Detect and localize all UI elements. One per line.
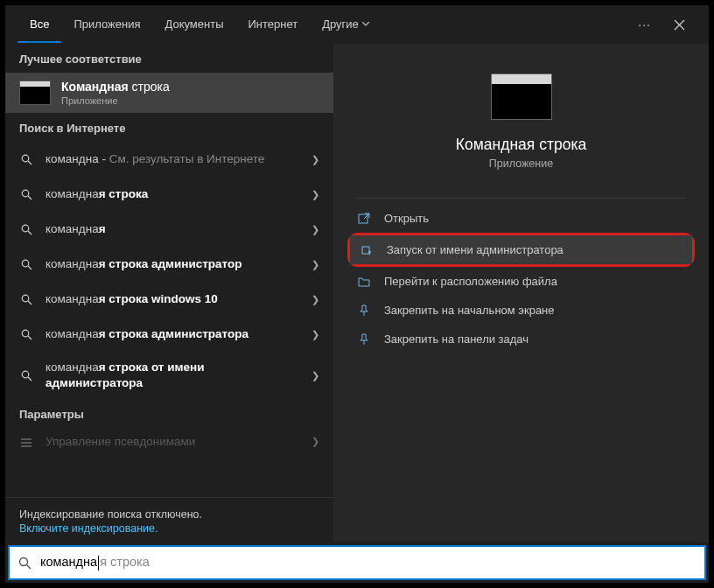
chevron-right-icon: ❯ bbox=[312, 329, 319, 340]
tab-documents[interactable]: Документы bbox=[152, 7, 235, 43]
admin-icon bbox=[360, 244, 374, 256]
indexing-note: Индексирование поиска отключено. bbox=[5, 503, 333, 521]
web-result-text: командная строка от имени администратора bbox=[46, 360, 299, 391]
folder-icon bbox=[358, 276, 372, 288]
more-options-button[interactable]: ··· bbox=[627, 10, 662, 38]
section-web-search: Поиск в Интернете bbox=[5, 113, 333, 142]
chevron-right-icon: ❯ bbox=[312, 294, 319, 305]
action-admin-label: Запуск от имени администратора bbox=[387, 243, 564, 256]
close-icon bbox=[674, 19, 685, 31]
search-icon bbox=[19, 189, 33, 200]
action-open-location[interactable]: Перейти к расположению файла bbox=[333, 267, 709, 296]
svg-rect-11 bbox=[362, 247, 369, 254]
svg-rect-8 bbox=[21, 442, 32, 444]
web-result-text: командная строка администратора bbox=[46, 326, 299, 342]
svg-rect-7 bbox=[21, 438, 32, 440]
search-icon bbox=[19, 294, 33, 305]
action-run-as-admin[interactable]: Запуск от имени администратора bbox=[350, 235, 692, 264]
chevron-down-icon bbox=[362, 22, 369, 26]
search-icon bbox=[19, 329, 33, 340]
svg-rect-9 bbox=[21, 445, 32, 447]
svg-point-1 bbox=[22, 190, 29, 197]
action-open-label: Открыть bbox=[384, 212, 429, 225]
web-result-text: командна - См. результаты в Интернете bbox=[46, 151, 299, 167]
search-window: Все Приложения Документы Интернет Другие… bbox=[5, 5, 709, 583]
search-input[interactable]: командная строка bbox=[8, 545, 706, 580]
svg-point-0 bbox=[22, 155, 29, 162]
action-location-label: Перейти к расположению файла bbox=[384, 275, 557, 288]
web-result-row[interactable]: командная❯ bbox=[5, 212, 333, 247]
enable-indexing-link[interactable]: Включите индексирование. bbox=[5, 521, 333, 542]
tab-internet[interactable]: Интернет bbox=[235, 7, 310, 43]
action-pin-start[interactable]: Закрепить на начальном экране bbox=[333, 296, 709, 325]
svg-point-3 bbox=[22, 260, 29, 267]
pin-taskbar-icon bbox=[358, 333, 372, 346]
best-match-item[interactable]: Командная строка Приложение bbox=[5, 73, 333, 113]
section-best-match: Лучшее соответствие bbox=[5, 44, 333, 73]
web-result-text: командная bbox=[46, 221, 299, 237]
tab-all[interactable]: Все bbox=[18, 7, 61, 43]
action-pin-start-label: Закрепить на начальном экране bbox=[384, 304, 555, 317]
svg-point-12 bbox=[20, 557, 28, 565]
search-text: командная строка bbox=[40, 555, 150, 570]
settings-icon bbox=[19, 436, 33, 448]
web-result-text: командная строка bbox=[46, 186, 299, 202]
web-result-row[interactable]: командная строка администратора❯ bbox=[5, 317, 333, 352]
svg-point-6 bbox=[22, 371, 29, 378]
chevron-right-icon: ❯ bbox=[312, 189, 319, 200]
detail-panel: Командная строка Приложение Открыть Запу… bbox=[333, 44, 709, 542]
results-panel: Лучшее соответствие Командная строка При… bbox=[5, 44, 333, 542]
settings-row[interactable]: Управление псевдонимами ❯ bbox=[5, 428, 333, 455]
search-icon bbox=[19, 259, 33, 270]
svg-point-2 bbox=[22, 225, 29, 232]
detail-title: Командная строка bbox=[456, 136, 586, 154]
tab-bar: Все Приложения Документы Интернет Другие… bbox=[5, 5, 709, 44]
best-match-subtitle: Приложение bbox=[61, 95, 170, 106]
tab-other-label: Другие bbox=[322, 18, 359, 31]
detail-subtitle: Приложение bbox=[489, 158, 553, 170]
svg-rect-10 bbox=[359, 214, 368, 223]
indexing-footer: Индексирование поиска отключено. Включит… bbox=[5, 497, 333, 542]
chevron-right-icon: ❯ bbox=[312, 259, 319, 270]
svg-point-4 bbox=[22, 295, 29, 302]
divider bbox=[356, 198, 687, 199]
search-icon bbox=[19, 154, 33, 165]
web-result-text: командная строка windows 10 bbox=[46, 291, 299, 307]
web-result-row[interactable]: командная строка от имени администратора… bbox=[5, 352, 333, 399]
web-result-row[interactable]: командная строка❯ bbox=[5, 177, 333, 212]
open-icon bbox=[358, 213, 372, 225]
settings-row-label: Управление псевдонимами bbox=[46, 435, 299, 448]
close-button[interactable] bbox=[662, 7, 696, 42]
web-result-row[interactable]: командна - См. результаты в Интернете❯ bbox=[5, 142, 333, 177]
chevron-right-icon: ❯ bbox=[312, 154, 319, 165]
search-icon bbox=[19, 224, 33, 235]
tab-apps[interactable]: Приложения bbox=[61, 7, 152, 43]
app-large-icon bbox=[491, 74, 552, 120]
section-settings: Параметры bbox=[5, 399, 333, 428]
action-pin-taskbar-label: Закрепить на панели задач bbox=[384, 332, 528, 346]
web-result-row[interactable]: командная строка администратор❯ bbox=[5, 247, 333, 282]
search-icon bbox=[19, 370, 33, 382]
web-result-text: командная строка администратор bbox=[46, 256, 299, 272]
best-match-title: Командная строка bbox=[61, 80, 170, 94]
web-result-row[interactable]: командная строка windows 10❯ bbox=[5, 282, 333, 317]
svg-point-5 bbox=[22, 330, 29, 337]
search-icon bbox=[18, 556, 32, 570]
action-open[interactable]: Открыть bbox=[333, 204, 709, 233]
chevron-right-icon: ❯ bbox=[312, 224, 319, 235]
chevron-right-icon: ❯ bbox=[312, 436, 319, 447]
tab-other[interactable]: Другие bbox=[310, 7, 382, 43]
pin-start-icon bbox=[358, 304, 372, 317]
chevron-right-icon: ❯ bbox=[312, 370, 319, 382]
cmd-icon bbox=[19, 80, 51, 105]
highlight-annotation: Запуск от имени администратора bbox=[347, 233, 695, 267]
action-pin-taskbar[interactable]: Закрепить на панели задач bbox=[333, 325, 709, 354]
